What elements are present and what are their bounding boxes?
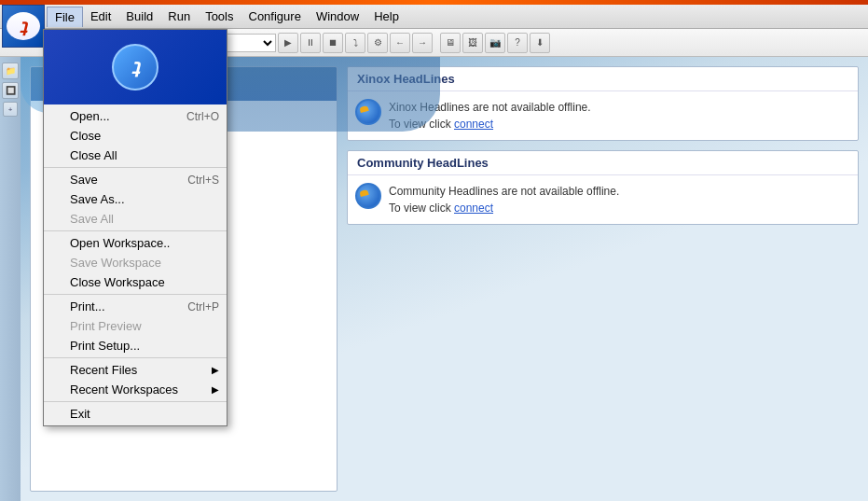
toolbar-img-btn[interactable]: 🖼 (462, 33, 483, 53)
community-globe-icon (355, 183, 381, 209)
logo-text: ʇ (20, 15, 27, 37)
toolbar-step-btn[interactable]: ⤵ (345, 33, 365, 53)
community-connect-link[interactable]: connect (454, 202, 493, 215)
menu-exit-label: Exit (70, 407, 90, 421)
menu-item-edit[interactable]: Edit (83, 7, 118, 27)
app-logo: ʇ (2, 5, 45, 48)
menu-print-preview-label: Print Preview (70, 319, 142, 333)
menu-print-setup-item[interactable]: Print Setup... (44, 336, 227, 355)
sidebar-project-icon[interactable]: 📁 (2, 63, 19, 79)
community-headlines-body: Community Headlines are not available of… (348, 175, 858, 224)
menu-section-6: Exit (44, 402, 227, 425)
menu-close-workspace-item[interactable]: Close Workspace (44, 272, 227, 292)
menu-items-row: File Edit Build Run Tools Configure Wind… (47, 7, 406, 27)
xinox-connect-link[interactable]: connect (454, 118, 493, 131)
menu-section-3: Open Workspace.. Save Workspace Close Wo… (44, 231, 227, 295)
menu-close-item[interactable]: Close (44, 126, 227, 146)
recent-workspaces-arrow-icon: ▶ (212, 384, 219, 395)
menu-print-label: Print... (70, 299, 105, 313)
community-sub-message: To view click (389, 202, 454, 215)
toolbar-screen-btn[interactable]: 🖥 (440, 33, 461, 53)
menu-open-item[interactable]: Open... Ctrl+O (44, 106, 227, 126)
menu-section-4: Print... Ctrl+P Print Preview Print Setu… (44, 295, 227, 358)
menu-save-as-label: Save As... (70, 192, 125, 206)
toolbar-right-btn[interactable]: → (412, 33, 433, 53)
logo-inner: ʇ (7, 12, 40, 40)
menu-exit-item[interactable]: Exit (44, 404, 227, 424)
menu-logo-letter: ʇ (131, 55, 140, 79)
menu-open-shortcut: Ctrl+O (186, 110, 219, 123)
toolbar-img2-btn[interactable]: 📷 (485, 33, 505, 53)
menu-item-tools[interactable]: Tools (198, 7, 241, 27)
community-headlines-text: Community Headlines are not available of… (389, 183, 619, 216)
community-headlines-panel: Community HeadLines Community Headlines … (347, 150, 859, 225)
menu-recent-workspaces-item[interactable]: Recent Workspaces ▶ (44, 380, 227, 399)
toolbar-go-btn[interactable]: ▶ (278, 33, 298, 53)
menu-logo-header: ʇ (44, 30, 227, 104)
toolbar-left-btn[interactable]: ← (390, 33, 410, 53)
menu-print-item[interactable]: Print... Ctrl+P (44, 297, 227, 316)
sidebar-class-icon[interactable]: 🔲 (2, 82, 19, 99)
menu-item-build[interactable]: Build (118, 7, 160, 27)
menu-section-2: Save Ctrl+S Save As... Save All (44, 168, 227, 231)
app-window: ʇ File Edit Build Run Tools Configure Wi… (0, 0, 868, 501)
recent-files-arrow-icon: ▶ (212, 365, 219, 375)
menu-print-preview-item[interactable]: Print Preview (44, 316, 227, 336)
menu-section-5: Recent Files ▶ Recent Workspaces ▶ (44, 358, 227, 402)
menu-item-run[interactable]: Run (160, 7, 198, 27)
menu-print-shortcut: Ctrl+P (187, 300, 219, 313)
toolbar-pause-btn[interactable]: ⏸ (300, 33, 321, 53)
menu-item-configure[interactable]: Configure (241, 7, 309, 27)
menu-save-workspace-label: Save Workspace (70, 256, 161, 270)
menu-save-workspace-item[interactable]: Save Workspace (44, 253, 227, 272)
menu-open-workspace-item[interactable]: Open Workspace.. (44, 233, 227, 253)
menu-close-workspace-label: Close Workspace (70, 275, 165, 289)
menu-recent-files-item[interactable]: Recent Files ▶ (44, 360, 227, 380)
menu-recent-files-label: Recent Files (70, 363, 137, 377)
menu-close-all-label: Close All (70, 148, 117, 162)
globe-decoration (359, 105, 368, 113)
menu-section-1: Open... Ctrl+O Close Close All (44, 104, 227, 168)
menu-open-workspace-label: Open Workspace.. (70, 236, 170, 250)
menu-save-shortcut: Ctrl+S (187, 174, 219, 187)
menu-print-setup-label: Print Setup... (70, 339, 140, 353)
sidebar-icon-3[interactable]: + (3, 102, 18, 117)
menu-save-all-label: Save All (70, 212, 114, 226)
menu-logo-circle: ʇ (112, 44, 158, 90)
file-dropdown-menu: ʇ Open... Ctrl+O Close Close All Save Ct… (43, 29, 227, 426)
menu-save-label: Save (70, 173, 98, 187)
toolbar-expand-btn[interactable]: ⬇ (530, 33, 550, 53)
menu-item-window[interactable]: Window (309, 7, 366, 27)
community-globe-decoration (359, 189, 368, 197)
xinox-globe-icon (355, 99, 381, 125)
menu-item-help[interactable]: Help (366, 7, 406, 27)
menu-open-label: Open... (70, 109, 110, 123)
headlines-column: Xinox HeadLines Xinox Headlines are not … (347, 66, 859, 492)
toolbar-stop-btn[interactable]: ⏹ (323, 33, 343, 53)
menu-recent-workspaces-label: Recent Workspaces (70, 383, 178, 397)
community-headlines-title: Community HeadLines (348, 151, 858, 175)
toolbar-build-btn[interactable]: ⚙ (367, 33, 388, 53)
menu-save-all-item[interactable]: Save All (44, 209, 227, 229)
menu-save-as-item[interactable]: Save As... (44, 189, 227, 209)
menu-save-item[interactable]: Save Ctrl+S (44, 170, 227, 189)
toolbar-help-btn[interactable]: ? (507, 33, 528, 53)
menu-close-all-item[interactable]: Close All (44, 146, 227, 165)
menubar: ʇ File Edit Build Run Tools Configure Wi… (0, 5, 868, 29)
community-message: Community Headlines are not available of… (389, 185, 619, 198)
menu-item-file[interactable]: File (47, 7, 83, 27)
left-sidebar: 📁 🔲 + (0, 57, 21, 501)
menu-close-label: Close (70, 129, 101, 143)
